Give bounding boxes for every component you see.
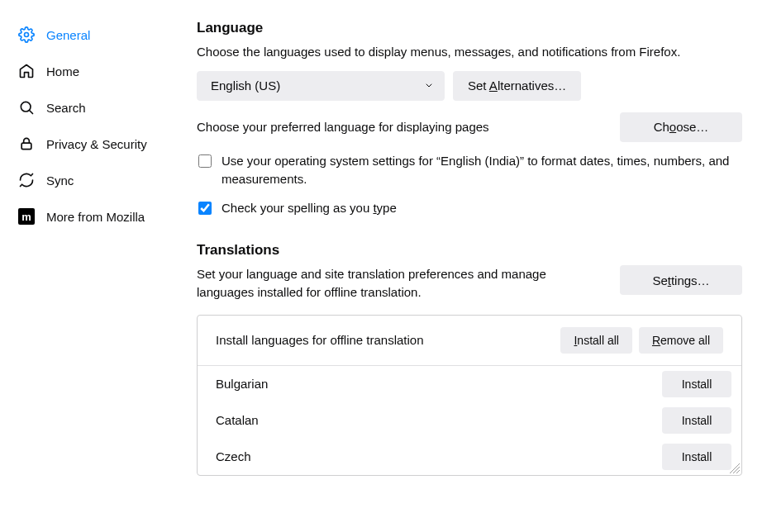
lock-icon bbox=[18, 135, 35, 152]
language-name: Bulgarian bbox=[216, 377, 268, 391]
install-language-button[interactable]: Install bbox=[662, 444, 731, 470]
svg-rect-3 bbox=[21, 143, 31, 150]
spellcheck-checkbox[interactable] bbox=[198, 202, 212, 215]
translations-section-desc: Set your language and site translation p… bbox=[197, 265, 603, 302]
sidebar-item-mozilla[interactable]: m More from Mozilla bbox=[13, 198, 182, 235]
sidebar-item-label: General bbox=[46, 28, 90, 42]
language-name: Czech bbox=[216, 449, 251, 463]
sidebar-item-label: Home bbox=[46, 64, 79, 78]
language-dropdown[interactable]: English (US) bbox=[197, 71, 445, 101]
svg-point-0 bbox=[25, 33, 29, 37]
translations-language-box: Install languages for offline translatio… bbox=[197, 315, 742, 476]
sidebar-item-label: Search bbox=[46, 101, 86, 115]
sidebar-item-home[interactable]: Home bbox=[13, 53, 182, 89]
sync-icon bbox=[18, 172, 35, 188]
translations-section-title: Translations bbox=[197, 242, 742, 259]
spellcheck-checkbox-row[interactable]: Check your spelling as you type bbox=[197, 199, 742, 218]
translations-install-header: Install languages for offline translatio… bbox=[216, 333, 424, 347]
language-dropdown-value: English (US) bbox=[211, 78, 280, 93]
language-row: Czech Install bbox=[198, 439, 741, 475]
language-section-desc: Choose the languages used to display men… bbox=[197, 43, 742, 61]
language-row: Bulgarian Install bbox=[198, 366, 741, 402]
settings-sidebar: General Home Search Privacy & Security S… bbox=[0, 0, 182, 532]
chevron-down-icon bbox=[424, 78, 434, 93]
translations-settings-button[interactable]: Settings… bbox=[620, 265, 742, 295]
home-icon bbox=[18, 63, 35, 79]
sidebar-item-label: Privacy & Security bbox=[46, 137, 147, 151]
install-language-button[interactable]: Install bbox=[662, 371, 731, 397]
sidebar-item-label: Sync bbox=[46, 173, 74, 188]
install-all-button[interactable]: Install all bbox=[560, 327, 631, 354]
choose-language-desc: Choose your preferred language for displ… bbox=[197, 120, 489, 134]
install-language-button[interactable]: Install bbox=[662, 407, 731, 434]
search-icon bbox=[18, 99, 35, 116]
spellcheck-label: Check your spelling as you type bbox=[222, 199, 742, 218]
choose-language-button[interactable]: Choose… bbox=[620, 112, 742, 142]
set-alternatives-button[interactable]: Set Alternatives… bbox=[453, 71, 581, 101]
translations-language-list[interactable]: Bulgarian Install Catalan Install Czech … bbox=[198, 366, 741, 475]
sidebar-item-label: More from Mozilla bbox=[46, 210, 145, 224]
mozilla-icon: m bbox=[18, 208, 35, 225]
language-name: Catalan bbox=[216, 413, 259, 427]
os-settings-checkbox[interactable] bbox=[198, 154, 212, 168]
language-section-title: Language bbox=[197, 20, 742, 36]
os-settings-checkbox-row[interactable]: Use your operating system settings for “… bbox=[197, 152, 742, 189]
os-settings-label: Use your operating system settings for “… bbox=[222, 152, 742, 189]
sidebar-item-search[interactable]: Search bbox=[13, 89, 182, 126]
language-row: Catalan Install bbox=[198, 402, 741, 439]
sidebar-item-general[interactable]: General bbox=[13, 17, 182, 53]
settings-main: Language Choose the languages used to di… bbox=[182, 0, 767, 532]
svg-line-2 bbox=[30, 111, 33, 114]
sidebar-item-privacy[interactable]: Privacy & Security bbox=[13, 126, 182, 162]
sidebar-item-sync[interactable]: Sync bbox=[13, 162, 182, 198]
gear-icon bbox=[18, 26, 35, 43]
remove-all-button[interactable]: Remove all bbox=[639, 327, 723, 354]
